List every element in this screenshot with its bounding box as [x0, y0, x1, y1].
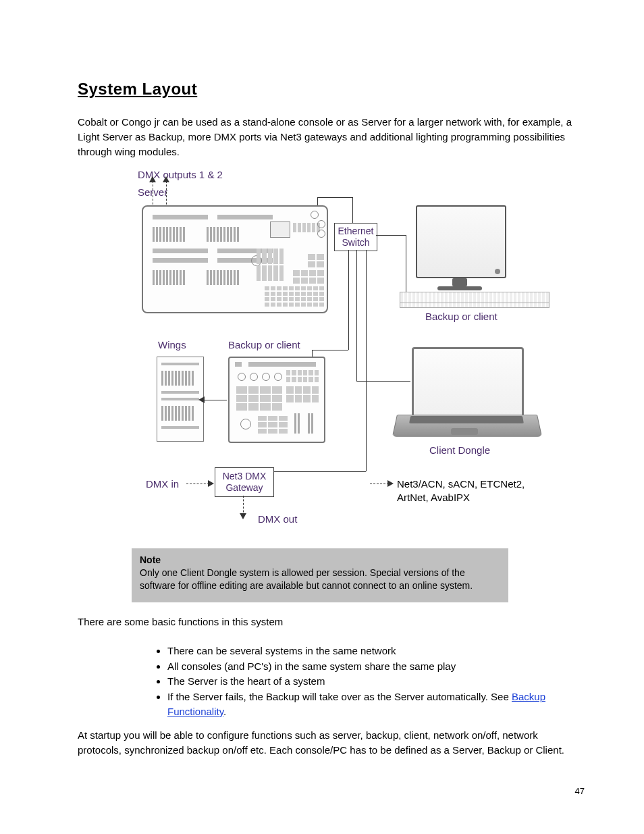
backup-or-client-top-label: Backup or client [425, 311, 498, 322]
note-block: Note Only one Client Dongle system is al… [132, 548, 508, 602]
arrow-up-icon [163, 176, 169, 182]
ethernet-switch-line2: Switch [342, 237, 369, 249]
arrow-up-icon [149, 176, 156, 182]
server-console [142, 205, 328, 313]
net3-gateway-box: Net3 DMX Gateway [215, 467, 274, 497]
dmx-in-label: DMX in [146, 478, 179, 490]
net3-gateway-line1: Net3 DMX [223, 471, 267, 483]
arrow-down-icon [240, 513, 246, 519]
intro-paragraph: Cobalt or Congo jr can be used as a stan… [78, 115, 577, 159]
arrow-left-icon [198, 396, 205, 403]
bullets-intro: There are some basic functions in this s… [78, 616, 577, 627]
backup-or-client-mid-label: Backup or client [228, 339, 300, 350]
page: System Layout Cobalt or Congo jr can be … [0, 0, 644, 834]
see-prefix: See [491, 691, 512, 702]
wings-label: Wings [158, 339, 186, 350]
arrow-right-icon [387, 480, 394, 487]
arrow-right-icon [208, 480, 214, 487]
list-item: There can be several systems in the same… [167, 644, 586, 659]
ethernet-switch-box: Ethernet Switch [334, 223, 377, 251]
system-layout-diagram: DMX outputs 1 & 2 Server [128, 165, 568, 533]
net3-gateway-line2: Gateway [225, 482, 263, 494]
feature-bullets: There can be several systems in the same… [155, 644, 586, 720]
monitor-icon [416, 205, 506, 278]
page-number: 47 [575, 786, 585, 796]
laptop-icon [412, 347, 524, 417]
wings-module [157, 357, 204, 442]
see-suffix: . [223, 706, 226, 717]
list-item: If the Server fails, the Backup will tak… [167, 689, 586, 720]
rack-front [400, 303, 549, 308]
client-dongle-label: Client Dongle [429, 444, 490, 456]
protocols-line2: ArtNet, AvabIPX [397, 492, 470, 503]
section-heading: System Layout [78, 80, 197, 99]
dmx-out-label: DMX out [258, 513, 297, 525]
ethernet-switch-line1: Ethernet [338, 226, 374, 238]
list-item: The Server is the heart of a system [167, 674, 586, 689]
after-list-paragraph: At startup you will be able to configure… [78, 728, 577, 758]
note-body: Only one Client Dongle system is allowed… [140, 567, 473, 591]
protocols-line1: Net3/ACN, sACN, ETCNet2, [397, 478, 525, 490]
note-label: Note [140, 554, 161, 565]
backup-console [228, 357, 325, 443]
list-item: All consoles (and PC's) in the same syst… [167, 659, 586, 675]
